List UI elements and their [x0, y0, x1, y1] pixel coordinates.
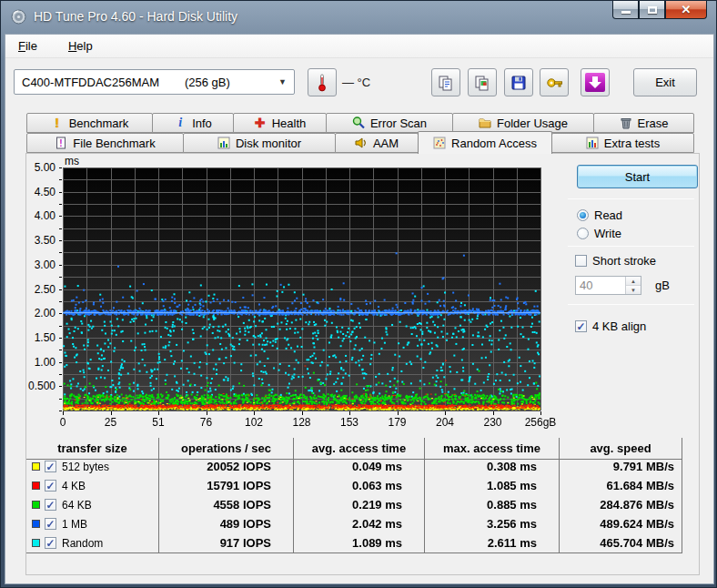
series-color-swatch [32, 539, 40, 547]
y-tick-label: 2.00 [35, 307, 56, 319]
y-axis-labels: 5.004.504.003.503.002.502.001.501.000.50… [26, 167, 57, 411]
y-tick-label: 0.500 [28, 380, 56, 392]
x-tick-label: 153 [340, 416, 358, 429]
series-color-swatch [32, 462, 40, 471]
separator [568, 304, 694, 305]
tab-random-access[interactable]: Random Access [418, 131, 552, 154]
trash-icon [620, 117, 632, 129]
radio-unselected-icon [577, 228, 589, 239]
key-icon [546, 76, 563, 90]
y-tick-label: 3.00 [35, 259, 56, 271]
x-tick-label: 0 [60, 416, 66, 429]
ops-value: 917 IOPS [158, 533, 293, 553]
tab-benchmark[interactable]: ! Benchmark [26, 113, 153, 133]
copy-image-button[interactable] [468, 68, 497, 96]
tab-file-benchmark[interactable]: ! File Benchmark [26, 133, 184, 153]
menu-bar: File Help [5, 35, 713, 58]
y-tick-label: 1.00 [35, 356, 56, 369]
x-tick-label: 179 [388, 416, 406, 429]
exit-label: Exit [655, 76, 675, 89]
save-button[interactable] [504, 68, 533, 96]
y-tick-label: 2.50 [35, 283, 56, 296]
drive-selector[interactable]: C400-MTFDDAC256MAM (256 gB) ▼ [14, 69, 295, 95]
info-icon: i [174, 117, 187, 129]
client-area: File Help C400-MTFDDAC256MAM (256 gB) ▼ … [5, 34, 714, 584]
avg-access-value: 0.063 ms [293, 476, 424, 495]
file-benchmark-icon: ! [55, 137, 67, 149]
avg-speed-value: 465.704 MB/s [559, 533, 682, 553]
maximize-button[interactable] [639, 1, 665, 19]
checkbox-checked-icon: ✓ [575, 320, 587, 332]
x-tick-label: 25 [105, 416, 116, 429]
window-title: HD Tune Pro 4.60 - Hard Disk Utility [34, 9, 237, 24]
tab-folder-usage[interactable]: Folder Usage [452, 113, 594, 133]
menu-file[interactable]: File [15, 37, 41, 55]
tab-error-scan[interactable]: Error Scan [326, 113, 453, 133]
app-disk-icon [11, 9, 26, 25]
size-value: 40 [576, 277, 625, 294]
copy-text-icon [438, 75, 454, 91]
short-stroke-checkbox[interactable]: ✓ Short stroke [575, 254, 656, 268]
avg-access-value: 1.089 ms [293, 533, 424, 553]
series-color-swatch [32, 482, 40, 490]
align-checkbox[interactable]: ✓ 4 KB align [575, 319, 646, 333]
spin-down-button[interactable]: ▼ [626, 286, 641, 294]
series-label: 64 KB [62, 499, 92, 512]
access-time-chart: ms 5.004.504.003.503.002.502.001.501.000… [26, 155, 572, 437]
series-visibility-checkbox[interactable]: ✓ [45, 499, 56, 511]
minimize-button[interactable] [612, 1, 639, 19]
read-radio[interactable]: Read [577, 208, 622, 222]
avg-access-value: 2.042 ms [293, 514, 424, 533]
drive-size: (256 gB) [185, 76, 230, 89]
avg-access-value: 0.049 ms [293, 457, 424, 476]
options-button[interactable] [540, 68, 569, 96]
close-icon: ✕ [682, 3, 692, 16]
copy-image-icon [474, 75, 490, 91]
y-tick-label: 4.00 [35, 209, 56, 222]
save-icon [510, 75, 527, 91]
series-color-swatch [32, 501, 40, 509]
menu-help[interactable]: Help [65, 37, 96, 55]
series-visibility-checkbox[interactable]: ✓ [45, 480, 56, 492]
spin-up-button[interactable]: ▲ [626, 277, 641, 286]
series-visibility-checkbox[interactable]: ✓ [45, 518, 56, 530]
tab-health[interactable]: ✚ Health [233, 113, 327, 133]
avg-access-value: 0.219 ms [293, 495, 424, 514]
avg-speed-value: 61.684 MB/s [559, 476, 682, 495]
tab-info[interactable]: i Info [152, 113, 234, 133]
tab-extra-tests[interactable]: Extra tests [551, 133, 694, 153]
x-tick-label: 76 [200, 416, 212, 429]
max-access-value: 1.085 ms [424, 476, 559, 495]
avg-speed-value: 489.624 MB/s [559, 514, 682, 533]
svg-text:!: ! [60, 138, 63, 148]
max-access-value: 0.885 ms [424, 495, 559, 514]
tab-row-2: ! File Benchmark Disk monitor AAM [26, 133, 693, 153]
bar-chart-icon [217, 137, 230, 149]
y-tick-label: 1.50 [35, 331, 56, 344]
short-stroke-size-input[interactable]: 40 ▲ ▼ [575, 276, 641, 295]
tab-erase[interactable]: Erase [593, 113, 694, 133]
exit-button[interactable]: Exit [633, 68, 697, 96]
avg-speed-value: 284.876 MB/s [559, 495, 682, 514]
minimize-icon [621, 11, 631, 14]
size-unit: gB [655, 279, 670, 292]
speaker-icon [355, 137, 368, 149]
title-bar: HD Tune Pro 4.60 - Hard Disk Utility ✕ [1, 1, 716, 34]
benchmark-icon: ! [51, 117, 64, 129]
temperature-button[interactable] [308, 68, 337, 96]
copy-text-button[interactable] [431, 68, 460, 96]
x-tick-label: 256gB [525, 416, 557, 429]
tab-disk-monitor[interactable]: Disk monitor [183, 133, 336, 153]
scatter-plot-canvas [57, 166, 542, 420]
series-visibility-checkbox[interactable]: ✓ [45, 461, 56, 472]
write-radio[interactable]: Write [577, 227, 621, 240]
download-results-button[interactable] [581, 68, 610, 96]
start-button[interactable]: Start [577, 165, 698, 188]
tab-row-1: ! Benchmark i Info ✚ Health Error Scan [26, 113, 693, 133]
series-visibility-checkbox[interactable]: ✓ [45, 537, 56, 549]
ops-value: 4558 IOPS [158, 495, 293, 514]
results-table: transfer size operations / sec avg. acce… [26, 438, 682, 553]
close-button[interactable]: ✕ [665, 1, 707, 19]
tab-aam[interactable]: AAM [335, 133, 419, 153]
x-tick-label: 230 [483, 416, 501, 429]
